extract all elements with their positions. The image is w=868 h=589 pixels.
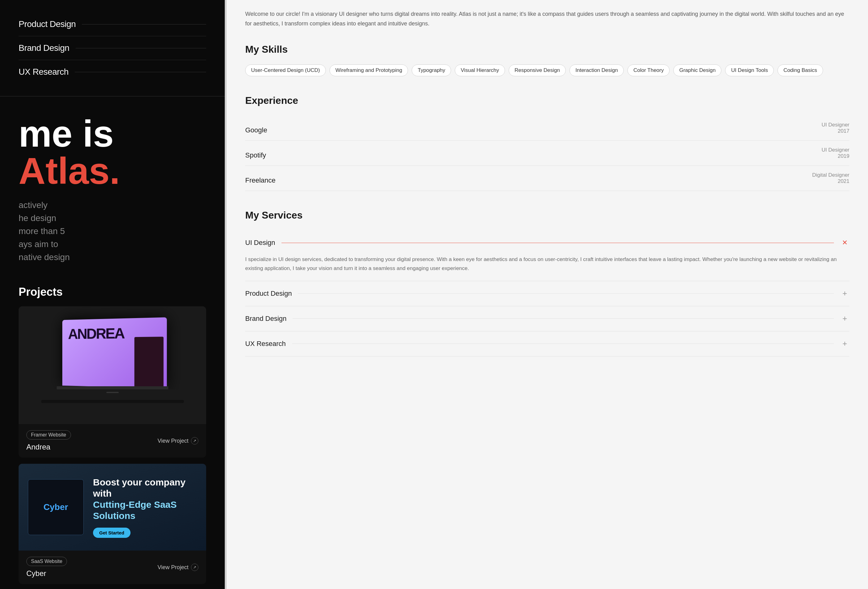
hero-line-4: ays aim to	[19, 238, 206, 251]
exp-role-google: UI Designer	[822, 122, 849, 128]
service-name-ui-design: UI Design	[245, 239, 275, 247]
exp-year-google: 2017	[822, 128, 849, 134]
service-name-brand-design: Brand Design	[245, 314, 286, 323]
services-section: My Services UI Design ✕ I specialize in …	[245, 210, 849, 356]
skill-tag-wireframing: Wireframing and Prototyping	[329, 65, 408, 76]
project-info-cyber: SaaS Website Cyber View Project ↗	[19, 551, 206, 584]
cyber-logo-text: Cyber	[43, 502, 68, 512]
view-project-arrow-andrea: ↗	[191, 437, 198, 444]
exp-item-google: Google UI Designer 2017	[245, 116, 849, 141]
service-toggle-ui-design[interactable]: ✕	[840, 238, 849, 247]
nav-item-product-design[interactable]: Product Design	[19, 12, 206, 36]
hero-atlas: Atlas.	[19, 150, 120, 189]
laptop-foot	[41, 400, 184, 403]
service-item-brand-design: Brand Design +	[245, 306, 849, 331]
bio-text: Welcome to our circle! I'm a visionary U…	[245, 9, 849, 28]
cyber-headline: Boost your company withCutting-Edge SaaS…	[93, 477, 197, 521]
nav-item-brand-design[interactable]: Brand Design	[19, 36, 206, 60]
service-name-product-design: Product Design	[245, 289, 292, 298]
view-project-andrea[interactable]: View Project ↗	[158, 437, 198, 444]
cyber-device-left: Cyber	[28, 479, 84, 535]
nav-divider	[82, 24, 206, 25]
hero-description: actively he design more than 5 ays aim t…	[19, 199, 206, 264]
exp-year-freelance: 2021	[812, 178, 849, 185]
exp-role-spotify: UI Designer	[822, 147, 849, 153]
exp-right-freelance: Digital Designer 2021	[812, 172, 849, 185]
andrea-person	[134, 337, 163, 388]
skill-tag-interaction-design: Interaction Design	[570, 65, 624, 76]
hero-line-5: native design	[19, 251, 206, 264]
view-project-label-andrea: View Project	[158, 438, 189, 444]
experience-section: Experience Google UI Designer 2017 Spoti…	[245, 95, 849, 191]
service-line-product-design	[298, 293, 834, 294]
service-header-ux-research[interactable]: UX Research +	[245, 331, 849, 356]
exp-year-spotify: 2019	[822, 153, 849, 159]
service-body-ui-design: I specialize in UI design services, dedi…	[245, 255, 849, 281]
skill-tag-color-theory: Color Theory	[627, 65, 670, 76]
skills-title: My Skills	[245, 44, 849, 55]
project-name-andrea: Andrea	[27, 443, 71, 451]
service-toggle-product-design[interactable]: +	[840, 289, 849, 298]
hero-line-3: more than 5	[19, 225, 206, 238]
view-project-arrow-cyber: ↗	[191, 564, 198, 571]
service-header-brand-design[interactable]: Brand Design +	[245, 306, 849, 331]
project-image-cyber: Cyber Boost your company withCutting-Edg…	[19, 464, 206, 551]
left-panel: Product Design Brand Design UX Research …	[0, 0, 225, 589]
project-meta-cyber: SaaS Website Cyber	[27, 557, 67, 578]
service-header-product-design[interactable]: Product Design +	[245, 281, 849, 306]
exp-right-google: UI Designer 2017	[822, 122, 849, 134]
exp-right-spotify: UI Designer 2019	[822, 147, 849, 159]
exp-company-google: Google	[245, 126, 267, 134]
exp-company-freelance: Freelance	[245, 176, 276, 185]
project-card-cyber[interactable]: Cyber Boost your company withCutting-Edg…	[19, 464, 206, 584]
exp-role-freelance: Digital Designer	[812, 172, 849, 178]
service-item-product-design: Product Design +	[245, 281, 849, 306]
exp-item-spotify: Spotify UI Designer 2019	[245, 141, 849, 166]
cyber-text-area: Boost your company withCutting-Edge SaaS…	[93, 477, 197, 538]
cyber-mockup: Cyber Boost your company withCutting-Edg…	[19, 464, 206, 551]
exp-company-spotify: Spotify	[245, 151, 266, 159]
service-header-ui-design[interactable]: UI Design ✕	[245, 230, 849, 255]
project-tag-andrea: Framer Website	[27, 430, 71, 440]
project-name-cyber: Cyber	[27, 569, 67, 578]
nav-label-brand-design: Brand Design	[19, 43, 69, 53]
skill-tag-coding-basics: Coding Basics	[778, 65, 823, 76]
nav-item-ux-research[interactable]: UX Research	[19, 60, 206, 84]
projects-section: Projects ANDREA	[0, 276, 225, 589]
hero-name: me is Atlas.	[19, 115, 206, 189]
projects-title: Projects	[19, 285, 206, 298]
service-item-ux-research: UX Research +	[245, 331, 849, 356]
skill-tag-graphic-design: Graphic Design	[673, 65, 721, 76]
service-line-ui-design	[282, 243, 834, 243]
exp-item-freelance: Freelance Digital Designer 2021	[245, 166, 849, 191]
skills-tags-container: User-Centered Design (UCD) Wireframing a…	[245, 65, 849, 76]
view-project-cyber[interactable]: View Project ↗	[158, 564, 198, 571]
laptop-keyboard	[47, 389, 178, 400]
service-item-ui-design: UI Design ✕ I specialize in UI design se…	[245, 230, 849, 281]
right-panel: Welcome to our circle! I'm a visionary U…	[227, 0, 868, 589]
hero-line-2: he design	[19, 212, 206, 225]
laptop-visual-andrea: ANDREA	[35, 313, 190, 418]
skill-tag-ui-design-tools: UI Design Tools	[725, 65, 774, 76]
service-line-brand-design	[293, 318, 834, 319]
skills-section: My Skills User-Centered Design (UCD) Wir…	[245, 44, 849, 76]
andrea-screen: ANDREA	[62, 317, 167, 388]
services-title: My Services	[245, 210, 849, 221]
hero-prefix: me is	[19, 115, 114, 154]
nav-label-product-design: Product Design	[19, 19, 76, 29]
service-toggle-brand-design[interactable]: +	[840, 314, 849, 323]
bio-section: Welcome to our circle! I'm a visionary U…	[245, 9, 849, 28]
cyber-cta-btn[interactable]: Get Started	[93, 528, 130, 538]
project-card-andrea[interactable]: ANDREA Framer Website Andrea	[19, 306, 206, 458]
skill-tag-typography: Typography	[412, 65, 451, 76]
project-tag-cyber: SaaS Website	[27, 557, 67, 566]
hero-section: me is Atlas. actively he design more tha…	[0, 96, 225, 276]
project-info-andrea: Framer Website Andrea View Project ↗	[19, 424, 206, 458]
project-image-andrea: ANDREA	[19, 306, 206, 424]
experience-title: Experience	[245, 95, 849, 106]
service-name-ux-research: UX Research	[245, 340, 286, 348]
project-meta-andrea: Framer Website Andrea	[27, 430, 71, 451]
hero-line-1: actively	[19, 199, 206, 212]
service-toggle-ux-research[interactable]: +	[840, 339, 849, 348]
view-project-label-cyber: View Project	[158, 564, 189, 571]
